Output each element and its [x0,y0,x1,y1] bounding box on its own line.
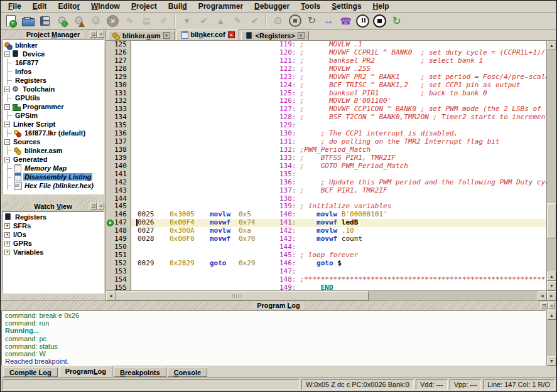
editor-vertical-scrollbar[interactable]: ▲ ▲ ▼ [546,41,556,290]
project-tree-item[interactable]: −Programmer [3,102,104,111]
project-tree-item[interactable]: −Generated [3,155,104,164]
expander-icon[interactable]: − [4,139,10,145]
connect-icon[interactable]: ↔ [321,13,337,28]
scroll-right-icon[interactable]: ► [547,291,556,300]
dock-icon[interactable]: ⊡ [90,203,97,209]
tab-close-icon[interactable]: × [298,32,305,39]
open-file-icon[interactable] [20,13,36,28]
watch-tree-item[interactable]: +Variables [3,248,104,257]
code-line-content[interactable]: 137: ; BCF PIR1, TMR2IF [131,187,546,195]
project-tree-item[interactable]: Disassembly Listing [3,172,104,181]
code-view[interactable]: 125119: ; MOVLW .1126120: ; MOVWF CCPR1L… [106,41,546,290]
expander-icon[interactable]: + [4,223,10,229]
tab-Registers[interactable]: <Registers>× [241,31,309,40]
panel-splitter[interactable] [9,295,97,300]
structure-tool-icon[interactable]: ▤ [139,13,154,28]
program-log-output[interactable]: command: break e 0x26command: runRunning… [1,310,546,366]
save-file-icon[interactable] [37,13,53,28]
stop-execution-icon[interactable] [372,13,387,28]
run-icon[interactable]: ↻ [389,13,404,28]
scroll-track[interactable] [116,291,538,300]
line-number-gutter[interactable]: 125 [106,41,131,49]
prev-item-icon[interactable]: ▲ [213,13,229,28]
code-line[interactable]: 155149: END [106,284,546,290]
rebuild-project-icon[interactable] [71,13,87,28]
menu-programmer[interactable]: Programmer [193,1,249,11]
program-device-icon[interactable]: ☎ [338,13,354,28]
code-line[interactable]: 14900280x00F0movwf0x70143: movwf count [106,235,546,243]
expander-icon[interactable]: + [4,241,10,246]
build-project-icon[interactable] [54,13,70,28]
code-line[interactable]: 140134: ; GOTO PWM_Period_Match [106,162,546,171]
tab-close-icon[interactable]: × [163,32,170,39]
line-number-gutter[interactable]: 126 [106,49,131,57]
erase-device-icon[interactable]: ✎ [230,13,246,28]
line-number-gutter[interactable]: 130 [106,82,131,90]
watch-tree-item[interactable]: +I/Os [3,230,104,239]
expander-icon[interactable]: + [4,232,10,238]
scroll-down-icon[interactable]: ▼ [547,356,556,366]
scroll-track[interactable] [547,50,556,272]
project-manager-header[interactable]: Project Manager ⊡ × [1,29,105,39]
expander-icon[interactable]: − [4,104,10,110]
code-line-content[interactable]: 00280x00F0movwf0x70143: movwf count [131,235,546,243]
menu-help[interactable]: Help [367,1,395,11]
project-tree-item[interactable]: GPSim [3,111,104,120]
scroll-left-icon[interactable]: ◄ [538,291,547,300]
project-tree-item[interactable]: Infos [3,67,104,76]
scroll-up-icon[interactable]: ▲ [547,41,556,50]
dock-icon[interactable]: ⊡ [90,31,97,38]
project-tree-item[interactable]: Hex File (blinker.hex) [3,181,104,190]
new-file-icon[interactable] [3,13,19,28]
project-tree-item[interactable]: blinker [3,41,104,50]
project-tree-item[interactable]: −Linker Script [3,120,104,129]
watch-tree-item[interactable]: Registers [3,213,104,221]
tab-blinker.cof[interactable]: blinker.cof× [176,29,239,40]
bottom-tab-compile-log[interactable]: Compile Log [3,368,58,377]
watch-view-header[interactable]: Watch View ⊡ × [1,201,105,211]
settings-gear-icon[interactable]: ⚙ [270,13,286,28]
next-item-icon[interactable]: ▼ [179,13,195,28]
line-number-gutter[interactable]: 129 [106,73,131,82]
menu-file[interactable]: File [3,1,27,11]
line-number-gutter[interactable]: 142 [106,179,131,187]
clean-project-icon[interactable]: ⚙ [88,13,104,28]
record-icon[interactable] [287,13,303,28]
close-icon[interactable]: × [548,302,555,309]
code-line-content[interactable]: 134: ; GOTO PWM_Period_Match [131,162,546,171]
scroll-left-icon[interactable]: ◄ [106,291,116,300]
expander-icon[interactable]: − [4,157,10,162]
expander-icon[interactable]: − [4,51,10,57]
menu-edit[interactable]: Edit [27,1,53,11]
project-tree-item[interactable]: Memory Map [3,164,104,172]
menu-project[interactable]: Project [126,1,163,11]
project-tree-item[interactable]: −Device [3,50,104,58]
scroll-thumb[interactable] [116,291,369,300]
code-line-content[interactable]: 00290x2829goto0x29146: goto $ [131,260,546,268]
expander-icon[interactable]: − [4,122,10,127]
code-line[interactable]: 15200290x2829goto0x29146: goto $ [106,260,546,268]
line-number-gutter[interactable]: 127 [106,57,131,65]
tab-blinker.asm[interactable]: blinker.asm× [108,31,175,40]
line-number-gutter[interactable]: 138 [106,146,131,154]
panel-splitter[interactable] [9,196,97,201]
line-number-gutter[interactable]: 143 [106,187,131,195]
reload-icon[interactable]: ↻ [304,13,320,28]
watch-tree-item[interactable]: +GPRs [3,239,104,248]
verify-icon[interactable]: ✔ [247,13,262,28]
line-number-gutter[interactable]: 140 [106,162,131,171]
code-line-content[interactable]: 128: ; BSF T2CON ^ BANK0,TMR2ON ; Timer2… [131,114,546,122]
bottom-tab-breakpoints[interactable]: Breakpoints [114,368,166,377]
line-number-gutter[interactable]: 128 [106,65,131,73]
scroll-up-icon[interactable]: ▲ [547,310,556,320]
code-line[interactable]: 134128: ; BSF T2CON ^ BANK0,TMR2ON ; Tim… [106,114,546,122]
line-number-gutter[interactable]: 155 [106,284,131,290]
close-icon[interactable]: × [97,31,104,38]
project-tree-item[interactable]: Registers [3,76,104,85]
stop-build-icon[interactable] [105,13,121,28]
edit-tool-icon[interactable]: ✎ [122,13,138,28]
project-tree-item[interactable]: blinker.asm [3,146,104,155]
project-tree-item[interactable]: 16F877 [3,58,104,67]
menu-settings[interactable]: Settings [326,1,367,11]
expander-icon[interactable]: − [4,87,10,92]
